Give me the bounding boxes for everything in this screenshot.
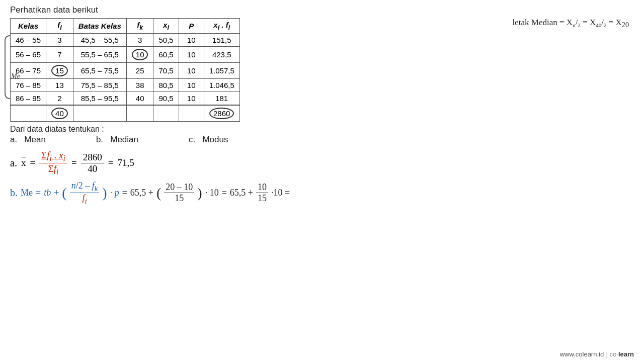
sum-empty-5 <box>179 105 204 122</box>
cell-kelas-2: 56 – 65 <box>11 47 46 63</box>
sol-a-eq2: = <box>71 157 77 168</box>
cell-xi-2: 60,5 <box>153 47 179 63</box>
sol-a-den-val: 40 <box>86 163 99 174</box>
sol-b-frac1-num: n/2 – fk <box>70 180 100 194</box>
sol-a-result: 71,5 <box>117 157 134 168</box>
sum-empty-2 <box>73 105 126 122</box>
sol-b-frac3-den: 15 <box>256 193 268 204</box>
cell-xi-1: 50,5 <box>153 34 179 47</box>
sol-b-fraction3: 10 15 <box>256 182 268 204</box>
sol-a-xbar: x <box>21 157 26 168</box>
cell-xi-5: 90,5 <box>153 92 179 106</box>
main-content: Perhatikan data berikut Me Kelas fi Bata… <box>0 0 644 362</box>
table-row: 76 – 85 13 75,5 – 85,5 38 80,5 10 1.046,… <box>11 79 240 92</box>
sol-a-numerator: Σfi . xi <box>39 150 67 163</box>
footer-separator: | <box>606 350 607 358</box>
cell-xifi-5: 181 <box>204 92 239 106</box>
col-header-xi: xi <box>153 19 179 34</box>
sol-b-paren2-open: ( <box>156 186 161 200</box>
cell-fk-3: 25 <box>126 63 153 79</box>
cell-xifi-1: 151,5 <box>204 34 239 47</box>
sum-fi-total: 40 <box>46 105 73 122</box>
cell-fk-4: 38 <box>126 79 153 92</box>
sol-b-65-5-2: 65,5 + <box>230 188 253 198</box>
sum-xifi-total: 2860 <box>204 105 239 122</box>
sol-b-frac2-den: 15 <box>173 193 185 204</box>
equals-2: = X20 <box>609 18 629 27</box>
cell-xifi-4: 1.046,5 <box>204 79 239 92</box>
sol-b-big-paren-close: ) <box>102 186 107 200</box>
equals-1: = <box>583 18 590 27</box>
sol-b-dot-10: · 10 <box>205 188 219 198</box>
sum-empty-3 <box>126 105 153 122</box>
solution-b-container: b. Me = tb + ( n/2 – fk fi ) · p = 65,5 … <box>10 180 634 206</box>
question-c: c. Modus <box>189 135 228 145</box>
cell-kelas-5: 86 – 95 <box>11 92 46 106</box>
sol-b-eq1: = <box>36 188 41 198</box>
table-row: 56 – 65 7 55,5 – 65,5 10 60,5 10 423,5 <box>11 47 240 63</box>
cell-batas-4: 75,5 – 85,5 <box>73 79 126 92</box>
footer-learn: learn <box>618 350 634 358</box>
col-header-fi: fi <box>46 19 73 34</box>
cell-batas-5: 85,5 – 95,5 <box>73 92 126 106</box>
cell-xifi-2: 423,5 <box>204 47 239 63</box>
cell-p-5: 10 <box>179 92 204 106</box>
sum-empty-4 <box>153 105 179 122</box>
circled-fi-total: 40 <box>51 108 68 119</box>
cell-fk-2: 10 <box>126 47 153 63</box>
table-section: Me Kelas fi Batas Kelas fk xi P <box>10 18 634 122</box>
sol-a-denominator: Σfi <box>46 163 61 176</box>
sol-b-frac1-den: fi <box>80 193 88 206</box>
sol-b-fraction1: n/2 – fk fi <box>70 180 100 206</box>
blank-lines-area <box>10 216 634 286</box>
sol-b-tb: tb <box>44 188 51 198</box>
questions-row: a. Mean b. Median c. Modus <box>10 135 634 145</box>
sol-b-fraction2: 20 – 10 15 <box>164 182 194 204</box>
col-header-batas: Batas Kelas <box>73 19 126 34</box>
cell-fi-1: 3 <box>46 34 73 47</box>
letak-median-text: letak Median = <box>513 18 567 27</box>
sol-b-frac3-num: 10 <box>256 182 268 193</box>
cell-fi-3: 15 <box>46 63 73 79</box>
question-b: b. Median <box>96 135 138 145</box>
footer: www.colearn.id | co·learn <box>560 350 634 358</box>
cell-p-3: 10 <box>179 63 204 79</box>
cell-fi-5: 2 <box>46 92 73 106</box>
cell-xifi-3: 1.057,5 <box>204 63 239 79</box>
sol-b-big-paren-open: ( <box>62 186 66 200</box>
sol-a-fraction: Σfi . xi Σfi <box>39 150 67 176</box>
circled-fk-2: 10 <box>132 49 148 60</box>
table-row: 86 – 95 2 85,5 – 95,5 40 90,5 10 181 <box>11 92 240 106</box>
cell-kelas-1: 46 – 55 <box>11 34 46 47</box>
sol-b-plus: + <box>54 188 59 198</box>
cell-fk-1: 3 <box>126 34 153 47</box>
cell-fi-4: 13 <box>46 79 73 92</box>
cell-xi-3: 70,5 <box>153 63 179 79</box>
data-table: Kelas fi Batas Kelas fk xi P xi . fi 46 … <box>10 18 240 122</box>
cell-batas-1: 45,5 – 55,5 <box>73 34 126 47</box>
cell-batas-2: 55,5 – 65,5 <box>73 47 126 63</box>
cell-p-1: 10 <box>179 34 204 47</box>
question-a: a. Mean <box>10 135 46 145</box>
solution-a-container: a. x = Σfi . xi Σfi = 2860 40 = 71,5 <box>10 150 634 176</box>
right-formula-container: letak Median = Xn/2 = X40/2 = X20 <box>513 18 629 29</box>
cell-p-4: 10 <box>179 79 204 92</box>
sol-a-eq3: = <box>108 157 114 168</box>
cell-xi-4: 80,5 <box>153 79 179 92</box>
table-wrapper: Me Kelas fi Batas Kelas fk xi P <box>10 18 240 122</box>
sol-b-label: b. <box>10 187 18 199</box>
sum-empty-1 <box>11 105 46 122</box>
table-row: 46 – 55 3 45,5 – 55,5 3 50,5 10 151,5 <box>11 34 240 47</box>
sum-row: 40 2860 <box>11 105 240 122</box>
col-header-fk: fk <box>126 19 153 34</box>
sol-a-num-val: 2860 <box>81 152 104 163</box>
sol-a-equals: = <box>30 157 35 168</box>
cell-p-2: 10 <box>179 47 204 63</box>
sol-a-label: a. <box>10 157 17 169</box>
x-n-over-2: Xn/2 <box>567 18 581 27</box>
col-header-xifi: xi . fi <box>204 19 239 34</box>
table-row: 66 – 75 15 65,5 – 75,5 25 70,5 10 1.057,… <box>11 63 240 79</box>
x-40-over-2: X40/2 <box>590 18 607 27</box>
circled-xifi-total: 2860 <box>209 108 234 119</box>
col-header-kelas: Kelas <box>11 19 46 34</box>
